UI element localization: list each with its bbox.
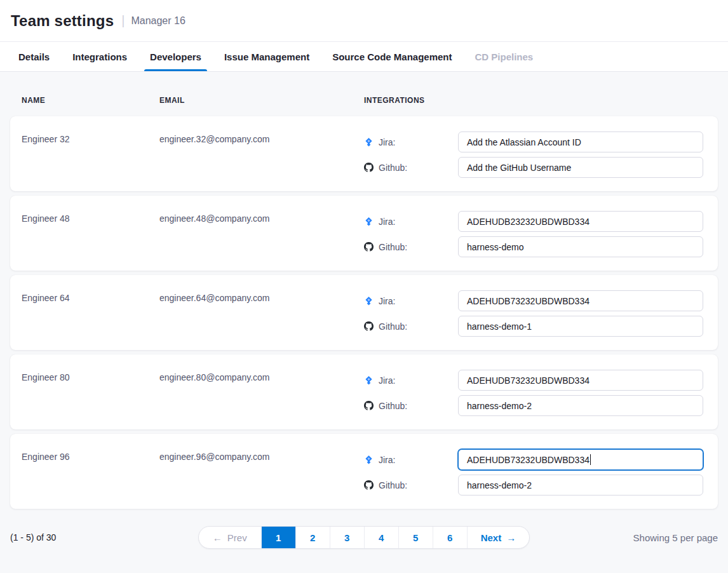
- github-label-text: Github:: [379, 242, 407, 252]
- integrations-cell: Jira: ADEHUDB73232UBDWBD334 Github: harn…: [364, 449, 703, 500]
- tab-integrations[interactable]: Integrations: [69, 42, 130, 71]
- github-input[interactable]: harness-demo-2: [458, 395, 703, 416]
- jira-input-focused[interactable]: ADEHUDB73232UBDWBD334: [458, 449, 703, 470]
- developer-email: engineer.80@company.com: [159, 370, 364, 383]
- tab-developers[interactable]: Developers: [147, 42, 205, 71]
- page-button-5[interactable]: 5: [398, 527, 433, 548]
- page-header: Team settings | Manager 16: [0, 0, 728, 42]
- jira-input[interactable]: Add the Atlassian Account ID: [458, 131, 703, 152]
- jira-label: Jira:: [364, 455, 458, 465]
- integrations-cell: Jira: ADEHUDB23232UBDWBD334 Github: harn…: [364, 211, 703, 262]
- developers-table: NAME EMAIL INTEGRATIONS Engineer 32 engi…: [0, 72, 728, 549]
- prev-page-button[interactable]: ← Prev: [199, 527, 261, 548]
- developer-email: engineer.48@company.com: [159, 211, 364, 224]
- jira-diamond-icon: [364, 455, 374, 464]
- tab-source-code-management[interactable]: Source Code Management: [329, 42, 455, 71]
- pager: ← Prev 1 2 3 4 5 6 Next →: [198, 526, 530, 549]
- github-label: Github:: [364, 401, 458, 411]
- github-octocat-icon: [364, 242, 374, 252]
- developer-name: Engineer 64: [22, 290, 159, 304]
- github-label-text: Github:: [379, 401, 407, 411]
- github-label: Github:: [364, 321, 458, 332]
- title-separator: |: [121, 13, 125, 28]
- table-row: Engineer 96 engineer.96@company.com Jira…: [10, 434, 718, 509]
- text-cursor: [590, 454, 591, 465]
- github-label-text: Github:: [379, 480, 407, 490]
- column-header-name: NAME: [22, 97, 159, 104]
- jira-diamond-icon: [364, 217, 374, 226]
- page-subtitle: Manager 16: [131, 15, 185, 27]
- integrations-cell: Jira: Add the Atlassian Account ID Githu…: [364, 131, 703, 182]
- arrow-right-icon: →: [506, 532, 516, 543]
- jira-label: Jira:: [364, 296, 458, 306]
- github-input[interactable]: harness-demo: [458, 236, 703, 257]
- github-octocat-icon: [364, 401, 374, 410]
- jira-label-text: Jira:: [379, 375, 395, 386]
- tab-cd-pipelines: CD Pipelines: [472, 42, 537, 71]
- page-button-6[interactable]: 6: [433, 527, 467, 548]
- table-row: Engineer 80 engineer.80@company.com Jira…: [10, 354, 718, 429]
- github-input[interactable]: Add the GitHub Username: [458, 157, 703, 178]
- github-label-text: Github:: [379, 163, 407, 173]
- integrations-cell: Jira: ADEHUDB73232UBDWBD334 Github: harn…: [364, 370, 703, 421]
- column-header-integrations: INTEGRATIONS: [364, 97, 728, 104]
- table-header-row: NAME EMAIL INTEGRATIONS: [0, 97, 728, 104]
- github-input[interactable]: harness-demo-2: [458, 475, 703, 495]
- developer-email: engineer.64@company.com: [159, 290, 364, 304]
- page-button-2[interactable]: 2: [295, 527, 330, 548]
- github-label: Github:: [364, 480, 458, 490]
- jira-label-text: Jira:: [379, 217, 395, 227]
- developer-name: Engineer 80: [22, 370, 159, 383]
- integrations-cell: Jira: ADEHUDB73232UBDWBD334 Github: harn…: [364, 290, 703, 341]
- jira-label-text: Jira:: [379, 455, 395, 465]
- page-title: Team settings: [11, 12, 114, 30]
- jira-input[interactable]: ADEHUDB23232UBDWBD334: [458, 211, 703, 232]
- jira-diamond-icon: [364, 296, 374, 306]
- page-button-4[interactable]: 4: [364, 527, 398, 548]
- tabs-bar: Details Integrations Developers Issue Ma…: [0, 42, 728, 72]
- developer-name: Engineer 96: [22, 449, 159, 462]
- page-button-1[interactable]: 1: [261, 527, 295, 548]
- per-page-text: Showing 5 per page: [530, 532, 718, 543]
- pagination-bar: (1 - 5) of 30 ← Prev 1 2 3 4 5 6 Next → …: [0, 526, 728, 549]
- jira-diamond-icon: [364, 137, 374, 147]
- tab-details[interactable]: Details: [15, 42, 53, 71]
- github-label: Github:: [364, 163, 458, 173]
- table-row: Engineer 48 engineer.48@company.com Jira…: [10, 196, 718, 271]
- page-range-text: (1 - 5) of 30: [10, 532, 198, 543]
- github-label: Github:: [364, 242, 458, 252]
- jira-label: Jira:: [364, 137, 458, 147]
- jira-diamond-icon: [364, 375, 374, 385]
- next-label: Next: [481, 532, 502, 543]
- jira-input[interactable]: ADEHUDB73232UBDWBD334: [458, 370, 703, 391]
- github-label-text: Github:: [379, 321, 407, 332]
- developer-email: engineer.32@company.com: [159, 131, 364, 145]
- github-octocat-icon: [364, 163, 374, 172]
- next-page-button[interactable]: Next →: [467, 527, 530, 548]
- jira-input[interactable]: ADEHUDB73232UBDWBD334: [458, 290, 703, 311]
- jira-label-text: Jira:: [379, 296, 395, 306]
- github-octocat-icon: [364, 321, 374, 331]
- jira-label-text: Jira:: [379, 137, 395, 147]
- column-header-email: EMAIL: [159, 97, 364, 104]
- developer-name: Engineer 32: [22, 131, 159, 145]
- table-row: Engineer 64 engineer.64@company.com Jira…: [10, 275, 718, 350]
- github-octocat-icon: [364, 480, 374, 490]
- developer-name: Engineer 48: [22, 211, 159, 224]
- jira-label: Jira:: [364, 217, 458, 227]
- developer-email: engineer.96@company.com: [159, 449, 364, 462]
- tab-issue-management[interactable]: Issue Management: [221, 42, 313, 71]
- page-button-3[interactable]: 3: [330, 527, 364, 548]
- github-input[interactable]: harness-demo-1: [458, 316, 703, 337]
- arrow-left-icon: ←: [213, 532, 222, 543]
- jira-label: Jira:: [364, 375, 458, 386]
- table-row: Engineer 32 engineer.32@company.com Jira…: [10, 116, 718, 191]
- prev-label: Prev: [227, 532, 247, 543]
